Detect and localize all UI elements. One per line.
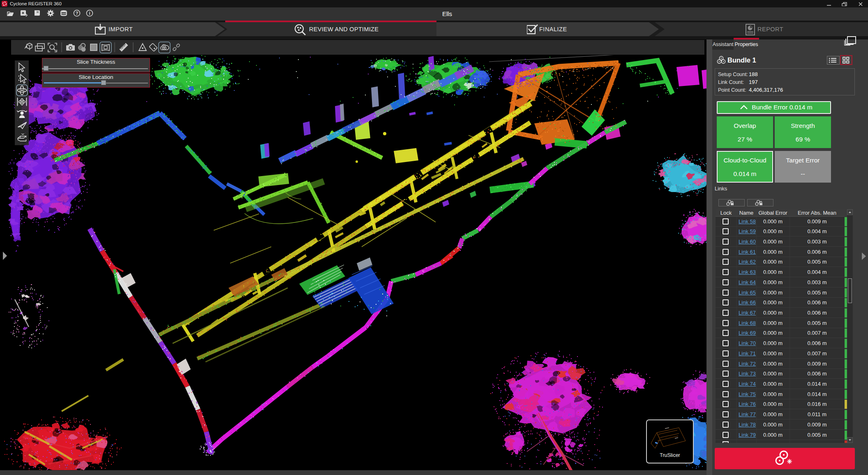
svg-text:i: i: [89, 11, 90, 16]
svg-text:?: ?: [76, 11, 78, 16]
